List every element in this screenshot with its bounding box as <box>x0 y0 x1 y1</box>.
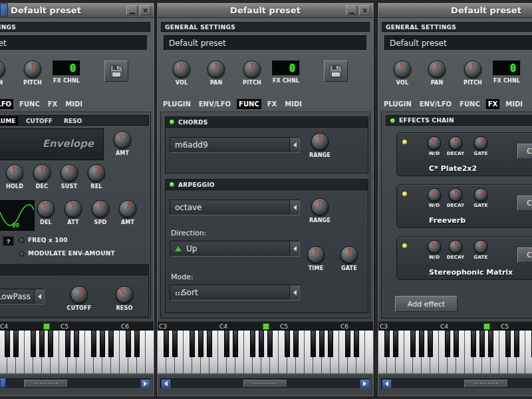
tab-func[interactable]: FUNC <box>17 99 42 109</box>
knob-dial[interactable] <box>307 246 325 263</box>
piano-black-key[interactable] <box>134 331 140 357</box>
piano-white-key[interactable] <box>146 331 154 374</box>
base-note-marker[interactable] <box>483 323 490 330</box>
freq-x100-led[interactable] <box>19 237 25 243</box>
combo-arrow-icon[interactable] <box>289 241 299 256</box>
tab-env-lfo[interactable]: ENV/LFO <box>0 99 13 109</box>
tab-func[interactable]: FUNC <box>458 99 482 109</box>
piano-black-key[interactable] <box>48 331 53 357</box>
modulate-env-led[interactable] <box>19 251 25 257</box>
piano-keyboard[interactable] <box>0 331 154 374</box>
piano-black-key[interactable] <box>488 331 493 357</box>
piano-black-key[interactable] <box>293 331 299 357</box>
tab-fx[interactable]: FX <box>265 99 279 109</box>
arp-gate-knob[interactable]: GATE <box>336 246 362 271</box>
knob-dial[interactable] <box>92 200 109 217</box>
piano-black-key[interactable] <box>328 331 333 357</box>
scroll-left-button[interactable] <box>161 379 171 388</box>
knob-dial[interactable] <box>6 164 23 182</box>
env-attack-knob[interactable]: ATT <box>0 164 1 190</box>
effect-decay-knob[interactable]: DECAY <box>444 188 467 208</box>
piano-black-key[interactable] <box>5 331 10 357</box>
env-sustain-knob[interactable]: SUST <box>56 164 82 190</box>
tab-env-lfo[interactable]: ENV/LFO <box>418 99 454 109</box>
piano-black-key[interactable] <box>13 331 19 357</box>
effect-controls-button[interactable]: Controls <box>517 196 532 211</box>
chord-range-knob[interactable]: RANGE <box>307 133 333 158</box>
fx-channel-selector[interactable]: 0 FX CHNL <box>491 61 522 84</box>
tab-func[interactable]: FUNC <box>237 99 261 109</box>
save-preset-button[interactable] <box>104 61 128 82</box>
knob-dial[interactable] <box>70 286 88 303</box>
chords-enable-led[interactable] <box>169 119 175 125</box>
arp-range-knob[interactable]: RANGE <box>307 198 333 223</box>
effect-controls-button[interactable]: Controls <box>517 144 532 159</box>
tab-midi[interactable]: MIDI <box>283 99 304 109</box>
pitch-knob-dial[interactable] <box>243 61 261 78</box>
pitch-knob-dial[interactable] <box>24 61 41 78</box>
lfo-amount-knob[interactable]: AMT <box>114 200 141 225</box>
effect-gate-knob[interactable]: GATE <box>469 136 493 156</box>
piano-black-key[interactable] <box>172 331 178 357</box>
envelope-graph[interactable]: Envelope <box>0 128 104 160</box>
knob-dial[interactable] <box>474 188 487 201</box>
pan-knob[interactable]: PAN <box>424 61 450 86</box>
arp-direction-select[interactable]: Up <box>170 241 300 257</box>
env-release-knob[interactable]: REL <box>83 164 110 190</box>
knob-dial[interactable] <box>65 200 82 217</box>
pan-knob-dial[interactable] <box>0 61 5 78</box>
filter-type-select[interactable]: LowPass <box>0 289 45 305</box>
effect-decay-knob[interactable]: DECAY <box>444 136 467 156</box>
piano-black-key[interactable] <box>267 331 273 357</box>
piano-black-key[interactable] <box>31 331 36 357</box>
piano-black-key[interactable] <box>479 331 485 357</box>
tab-env-lfo[interactable]: ENV/LFO <box>197 99 233 109</box>
scrollbar-handle[interactable] <box>243 380 287 388</box>
piano-black-key[interactable] <box>39 331 45 357</box>
tab-fx[interactable]: FX <box>486 99 500 109</box>
tab-plugin[interactable]: PLUGIN <box>161 99 193 109</box>
combo-arrow-icon[interactable] <box>34 289 44 304</box>
piano-black-key[interactable] <box>285 331 290 357</box>
scrollbar-handle[interactable] <box>24 380 68 388</box>
pan-knob[interactable]: PAN <box>203 61 229 86</box>
keyboard-scrollbar[interactable] <box>0 378 151 389</box>
effect-enable-led[interactable] <box>402 139 408 145</box>
scroll-right-button[interactable] <box>140 379 150 388</box>
piano-black-key[interactable] <box>108 331 114 357</box>
save-preset-button[interactable] <box>324 61 348 82</box>
minimize-button[interactable] <box>346 5 357 15</box>
combo-arrow-icon[interactable] <box>289 285 299 300</box>
arpeggio-enable-led[interactable] <box>169 182 175 188</box>
pan-knob-dial[interactable] <box>428 61 446 78</box>
pan-knob-dial[interactable] <box>207 61 225 78</box>
knob-dial[interactable] <box>428 136 441 150</box>
lfo-speed-knob[interactable]: SPD <box>87 200 114 225</box>
fx-channel-selector[interactable]: 0 FX CHNL <box>271 61 301 84</box>
knob-dial[interactable] <box>340 246 358 263</box>
preset-name-field[interactable]: Default preset <box>164 35 367 51</box>
volume-knob[interactable]: VOL <box>389 61 416 86</box>
keyboard-scrollbar[interactable] <box>160 378 370 389</box>
piano-black-key[interactable] <box>410 331 416 357</box>
titlebar[interactable]: Default preset × <box>0 3 154 18</box>
knob-dial[interactable] <box>474 136 487 150</box>
knob-dial[interactable] <box>311 198 329 215</box>
pan-knob[interactable]: PAN <box>0 61 10 86</box>
target-volume-tab[interactable]: VOLUME <box>0 116 18 126</box>
piano-black-key[interactable] <box>74 331 79 357</box>
arp-time-knob[interactable]: TIME <box>303 246 329 271</box>
knob-dial[interactable] <box>428 240 441 253</box>
effect-enable-led[interactable] <box>402 243 408 249</box>
env-decay-knob[interactable]: DEC <box>29 164 55 190</box>
piano-black-key[interactable] <box>259 331 264 357</box>
filter-cutoff-knob[interactable]: CUTOFF <box>66 286 92 311</box>
fx-channel-lcd[interactable]: 0 <box>53 61 80 76</box>
piano-black-key[interactable] <box>65 331 70 357</box>
lfo-predelay-knob[interactable]: DEL <box>33 200 59 225</box>
knob-dial[interactable] <box>33 164 51 182</box>
volume-knob-dial[interactable] <box>173 61 190 78</box>
effect-slot-2[interactable]: W/D DECAY GATE Controls Freeverb <box>396 184 532 228</box>
pitch-knob[interactable]: PITCH <box>460 61 486 86</box>
piano-black-key[interactable] <box>505 331 511 357</box>
